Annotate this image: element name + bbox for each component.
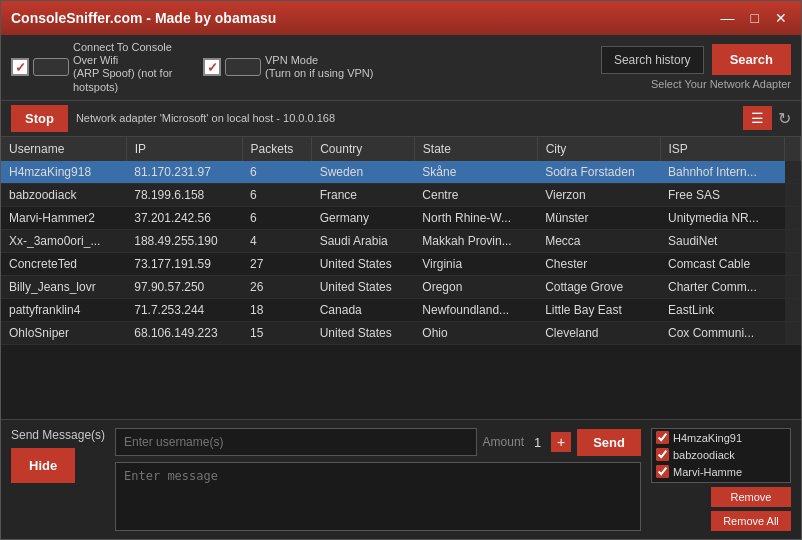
vpn-label: VPN Mode (Turn on if using VPN)	[265, 54, 373, 80]
minimize-button[interactable]: —	[717, 10, 739, 26]
scrollbar-header	[785, 137, 801, 161]
cell-isp: Cox Communi...	[660, 321, 784, 344]
cell-city: Mecca	[537, 229, 660, 252]
user-list-item[interactable]: H4mzaKing91	[652, 429, 790, 446]
refresh-button[interactable]: ↻	[778, 109, 791, 128]
arp-checkbox-group: ✓ Connect To Console Over Wifi (ARP Spoo…	[11, 41, 193, 94]
cell-isp: Bahnhof Intern...	[660, 161, 784, 184]
amount-value: 1	[534, 435, 541, 450]
cell-state: Makkah Provin...	[414, 229, 537, 252]
bottom-center: Amount 1 + Send	[115, 428, 641, 531]
user-list-item[interactable]: babzoodiack	[652, 446, 790, 463]
username-input[interactable]	[115, 428, 477, 456]
cell-packets: 15	[242, 321, 312, 344]
cell-state: Oregon	[414, 275, 537, 298]
cell-isp: Free SAS	[660, 183, 784, 206]
table-row[interactable]: babzoodiack78.199.6.1586FranceCentreVier…	[1, 183, 801, 206]
window-controls: — □ ✕	[717, 10, 791, 26]
hide-button[interactable]: Hide	[11, 448, 75, 483]
cell-ip: 71.7.253.244	[126, 298, 242, 321]
user-checkbox[interactable]	[656, 465, 669, 478]
scrollbar-cell	[785, 229, 801, 252]
search-history-button[interactable]: Search history	[601, 46, 704, 74]
user-checkbox[interactable]	[656, 448, 669, 461]
maximize-button[interactable]: □	[747, 10, 763, 26]
scrollbar-cell	[785, 321, 801, 344]
col-state: State	[414, 137, 537, 161]
title-bar: ConsoleSniffer.com - Made by obamasu — □…	[1, 1, 801, 35]
send-button[interactable]: Send	[577, 429, 641, 456]
cell-city: Sodra Forstaden	[537, 161, 660, 184]
cell-isp: EastLink	[660, 298, 784, 321]
cell-username: babzoodiack	[1, 183, 126, 206]
cell-isp: Unitymedia NR...	[660, 206, 784, 229]
cell-packets: 6	[242, 161, 312, 184]
bottom-right: H4mzaKing91babzoodiackMarvi-Hamme Remove…	[651, 428, 791, 531]
table-header-row: Username IP Packets Country State City I…	[1, 137, 801, 161]
vpn-checkbox-group: ✓ VPN Mode (Turn on if using VPN)	[203, 54, 373, 80]
username-row: Amount 1 + Send	[115, 428, 641, 456]
cell-state: Ohio	[414, 321, 537, 344]
cell-country: France	[312, 183, 415, 206]
cell-country: United States	[312, 252, 415, 275]
user-checkbox[interactable]	[656, 431, 669, 444]
cell-packets: 6	[242, 206, 312, 229]
plus-button[interactable]: +	[551, 432, 571, 452]
col-city: City	[537, 137, 660, 161]
cell-isp: Charter Comm...	[660, 275, 784, 298]
users-table: Username IP Packets Country State City I…	[1, 137, 801, 345]
col-ip: IP	[126, 137, 242, 161]
table-row[interactable]: pattyfranklin471.7.253.24418CanadaNewfou…	[1, 298, 801, 321]
cell-city: Little Bay East	[537, 298, 660, 321]
cell-country: Sweden	[312, 161, 415, 184]
message-input[interactable]	[115, 462, 641, 531]
cell-ip: 78.199.6.158	[126, 183, 242, 206]
cell-state: Centre	[414, 183, 537, 206]
col-username: Username	[1, 137, 126, 161]
table-row[interactable]: Xx-_3amo0ori_...188.49.255.1904Saudi Ara…	[1, 229, 801, 252]
toolbar-right: Search history Search Select Your Networ…	[601, 44, 791, 90]
cell-username: Xx-_3amo0ori_...	[1, 229, 126, 252]
menu-button[interactable]: ☰	[743, 106, 772, 130]
scrollbar-cell	[785, 206, 801, 229]
cell-state: Virginia	[414, 252, 537, 275]
user-list-label: Marvi-Hamme	[673, 466, 742, 478]
select-adapter-label: Select Your Network Adapter	[651, 78, 791, 90]
cell-username: Billy_Jeans_lovr	[1, 275, 126, 298]
right-actions: Remove Remove All	[651, 487, 791, 531]
cell-city: Cottage Grove	[537, 275, 660, 298]
scrollbar-cell	[785, 298, 801, 321]
scrollbar-cell	[785, 252, 801, 275]
table-row[interactable]: H4mzaKing91881.170.231.976SwedenSkåneSod…	[1, 161, 801, 184]
table-row[interactable]: OhloSniper68.106.149.22315United StatesO…	[1, 321, 801, 344]
table-row[interactable]: ConcreteTed73.177.191.5927United StatesV…	[1, 252, 801, 275]
cell-ip: 188.49.255.190	[126, 229, 242, 252]
search-button[interactable]: Search	[712, 44, 791, 75]
vpn-toggle[interactable]	[225, 58, 261, 76]
table-row[interactable]: Billy_Jeans_lovr97.90.57.25026United Sta…	[1, 275, 801, 298]
remove-button[interactable]: Remove	[711, 487, 791, 507]
user-list-item[interactable]: Marvi-Hamme	[652, 463, 790, 480]
network-icons: ☰ ↻	[743, 106, 791, 130]
remove-all-button[interactable]: Remove All	[711, 511, 791, 531]
close-button[interactable]: ✕	[771, 10, 791, 26]
cell-city: Cleveland	[537, 321, 660, 344]
user-list-label: babzoodiack	[673, 449, 735, 461]
table-row[interactable]: Marvi-Hammer237.201.242.566GermanyNorth …	[1, 206, 801, 229]
scrollbar-cell	[785, 183, 801, 206]
window-title: ConsoleSniffer.com - Made by obamasu	[11, 10, 276, 26]
cell-username: pattyfranklin4	[1, 298, 126, 321]
bottom-panel: Send Message(s) Hide Amount 1 + Send H4m…	[1, 419, 801, 539]
bottom-left: Send Message(s) Hide	[11, 428, 105, 531]
arp-checkbox[interactable]: ✓	[11, 58, 29, 76]
arp-toggle[interactable]	[33, 58, 69, 76]
cell-ip: 37.201.242.56	[126, 206, 242, 229]
cell-packets: 27	[242, 252, 312, 275]
cell-username: OhloSniper	[1, 321, 126, 344]
cell-country: Saudi Arabia	[312, 229, 415, 252]
cell-country: Germany	[312, 206, 415, 229]
stop-button[interactable]: Stop	[11, 105, 68, 132]
arp-label: Connect To Console Over Wifi (ARP Spoof)…	[73, 41, 193, 94]
network-bar: Stop Network adapter 'Microsoft' on loca…	[1, 101, 801, 137]
vpn-checkbox[interactable]: ✓	[203, 58, 221, 76]
